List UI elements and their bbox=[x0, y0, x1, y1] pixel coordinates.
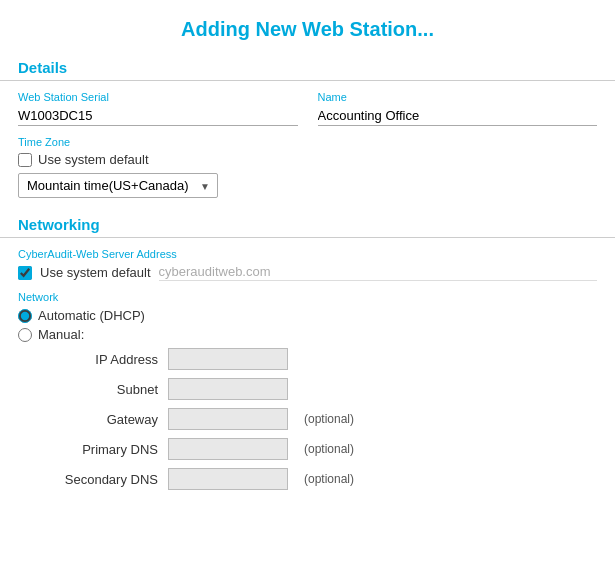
secondary-dns-label: Secondary DNS bbox=[48, 472, 158, 487]
primary-dns-label: Primary DNS bbox=[48, 442, 158, 457]
details-divider bbox=[0, 80, 615, 81]
manual-fields: IP Address Subnet Gateway (optional) Pri… bbox=[48, 348, 597, 490]
primary-dns-optional-text: (optional) bbox=[304, 442, 354, 456]
serial-label: Web Station Serial bbox=[18, 91, 298, 103]
automatic-dhcp-radio[interactable] bbox=[18, 309, 32, 323]
manual-radio-row: Manual: bbox=[18, 327, 597, 342]
subnet-input[interactable] bbox=[168, 378, 288, 400]
automatic-dhcp-label: Automatic (DHCP) bbox=[38, 308, 145, 323]
name-label: Name bbox=[318, 91, 598, 103]
networking-section-header: Networking bbox=[0, 208, 615, 237]
timezone-select-wrapper: Mountain time(US+Canada) Eastern time(US… bbox=[18, 173, 218, 198]
timezone-system-default-label: Use system default bbox=[38, 152, 149, 167]
ip-address-input[interactable] bbox=[168, 348, 288, 370]
timezone-system-default-checkbox[interactable] bbox=[18, 153, 32, 167]
serial-name-row: Web Station Serial Name bbox=[18, 91, 597, 126]
serial-field-group: Web Station Serial bbox=[18, 91, 298, 126]
network-label: Network bbox=[18, 291, 597, 303]
server-address-checkbox[interactable] bbox=[18, 266, 32, 280]
name-field-group: Name bbox=[318, 91, 598, 126]
primary-dns-input[interactable] bbox=[168, 438, 288, 460]
name-input[interactable] bbox=[318, 106, 598, 126]
gateway-optional-text: (optional) bbox=[304, 412, 354, 426]
page-title: Adding New Web Station... bbox=[0, 0, 615, 51]
details-section: Web Station Serial Name Time Zone Use sy… bbox=[0, 91, 615, 208]
secondary-dns-optional-text: (optional) bbox=[304, 472, 354, 486]
server-address-label: CyberAudit-Web Server Address bbox=[18, 248, 597, 260]
timezone-section: Time Zone Use system default Mountain ti… bbox=[18, 136, 597, 198]
server-address-system-default-label: Use system default bbox=[40, 265, 151, 280]
server-address-value: cyberauditweb.com bbox=[159, 264, 597, 281]
networking-section: CyberAudit-Web Server Address Use system… bbox=[0, 248, 615, 508]
server-address-row: Use system default cyberauditweb.com bbox=[18, 264, 597, 281]
serial-input[interactable] bbox=[18, 106, 298, 126]
ip-address-row: IP Address bbox=[48, 348, 597, 370]
subnet-row: Subnet bbox=[48, 378, 597, 400]
timezone-label: Time Zone bbox=[18, 136, 597, 148]
timezone-select[interactable]: Mountain time(US+Canada) Eastern time(US… bbox=[18, 173, 218, 198]
automatic-radio-row: Automatic (DHCP) bbox=[18, 308, 597, 323]
primary-dns-row: Primary DNS (optional) bbox=[48, 438, 597, 460]
subnet-label: Subnet bbox=[48, 382, 158, 397]
manual-label: Manual: bbox=[38, 327, 84, 342]
details-section-header: Details bbox=[0, 51, 615, 80]
secondary-dns-row: Secondary DNS (optional) bbox=[48, 468, 597, 490]
networking-divider bbox=[0, 237, 615, 238]
manual-radio[interactable] bbox=[18, 328, 32, 342]
gateway-input[interactable] bbox=[168, 408, 288, 430]
ip-address-label: IP Address bbox=[48, 352, 158, 367]
gateway-row: Gateway (optional) bbox=[48, 408, 597, 430]
timezone-checkbox-row: Use system default bbox=[18, 152, 597, 167]
secondary-dns-input[interactable] bbox=[168, 468, 288, 490]
gateway-label: Gateway bbox=[48, 412, 158, 427]
